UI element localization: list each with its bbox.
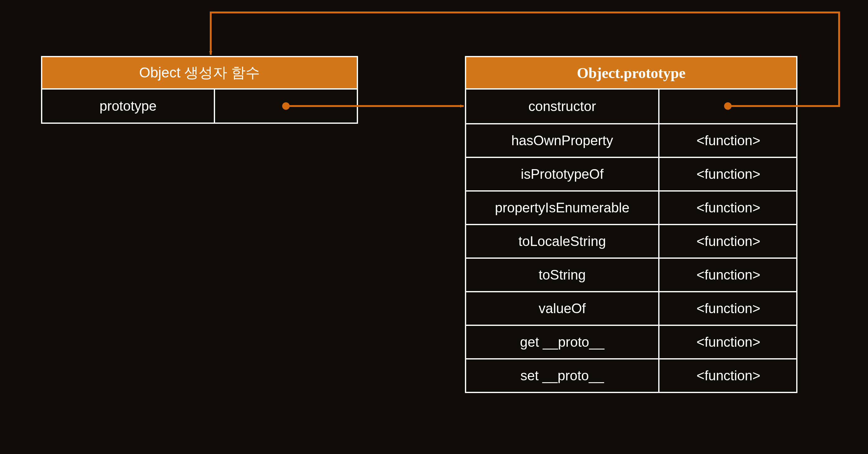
property-key: isPrototypeOf xyxy=(466,158,659,190)
property-row: toLocaleString<function> xyxy=(466,224,796,258)
object-constructor-title: Object 생성자 함수 xyxy=(42,57,357,90)
property-row: toString<function> xyxy=(466,258,796,291)
property-row: set __proto__<function> xyxy=(466,358,796,392)
object-prototype-box: Object.prototype constructorhasOwnProper… xyxy=(465,56,798,393)
property-row: isPrototypeOf<function> xyxy=(466,157,796,190)
prototype-row: prototype xyxy=(42,90,357,123)
property-key: hasOwnProperty xyxy=(466,124,659,157)
property-key: toLocaleString xyxy=(466,225,659,258)
property-value: <function> xyxy=(659,360,798,392)
property-key: get __proto__ xyxy=(466,326,659,358)
prototype-key: prototype xyxy=(42,90,215,123)
prototype-value xyxy=(215,90,357,123)
property-value: <function> xyxy=(659,158,798,190)
property-row: hasOwnProperty<function> xyxy=(466,123,796,157)
property-value: <function> xyxy=(659,326,798,358)
property-row: get __proto__<function> xyxy=(466,325,796,358)
property-key: valueOf xyxy=(466,292,659,325)
property-value: <function> xyxy=(659,225,798,258)
property-row: propertyIsEnumerable<function> xyxy=(466,190,796,224)
property-key: toString xyxy=(466,259,659,291)
property-row: constructor xyxy=(466,90,796,123)
property-value: <function> xyxy=(659,191,798,224)
property-key: constructor xyxy=(466,90,659,123)
object-prototype-title: Object.prototype xyxy=(466,57,796,90)
property-key: set __proto__ xyxy=(466,360,659,392)
property-value: <function> xyxy=(659,259,798,291)
property-value xyxy=(659,90,798,123)
property-value: <function> xyxy=(659,292,798,325)
property-key: propertyIsEnumerable xyxy=(466,191,659,224)
property-row: valueOf<function> xyxy=(466,291,796,325)
object-constructor-box: Object 생성자 함수 prototype xyxy=(41,56,358,124)
property-value: <function> xyxy=(659,124,798,157)
